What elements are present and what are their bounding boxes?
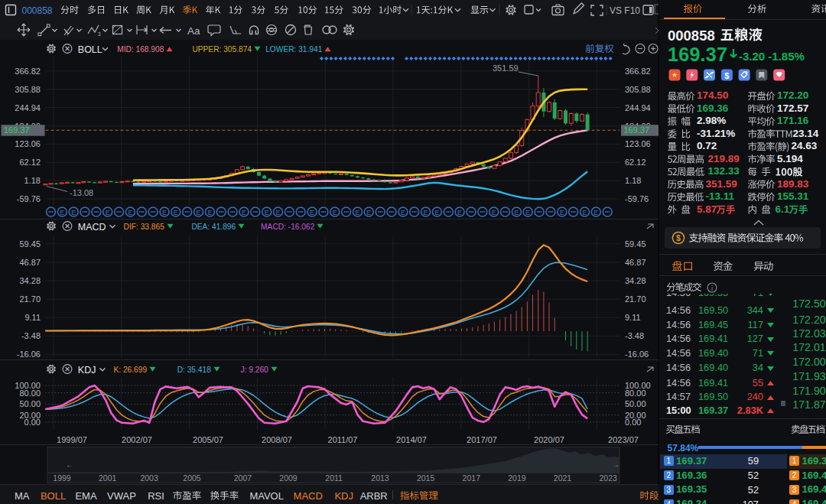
svg-text:$: $: [724, 71, 729, 80]
svg-text:i: i: [711, 285, 713, 292]
svg-text:$: $: [676, 233, 681, 242]
